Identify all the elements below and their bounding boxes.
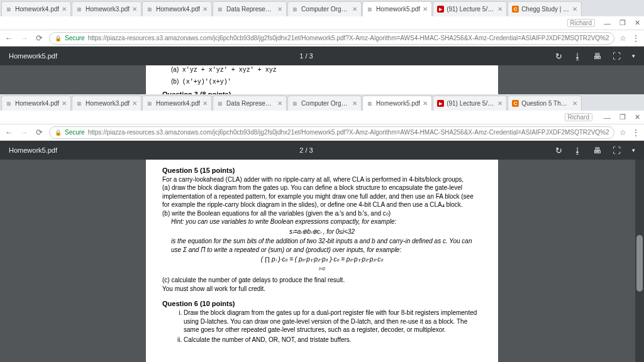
reload-button[interactable]: ⟳ bbox=[34, 128, 44, 137]
equation-sum: sᵢ=aᵢ⊕bᵢ⊕cᵢ , for 0≤i<32 bbox=[162, 228, 482, 236]
tab-title: Homework5.pdf bbox=[376, 100, 420, 107]
browser-tab[interactable]: 🗎Data Representati…✕ bbox=[213, 96, 287, 111]
browser-tab[interactable]: 🗎Homework4.pdf✕ bbox=[1, 1, 71, 16]
pdf-viewport[interactable]: (a) x'yz + x'yz' + xyz' + xyz (b) (x'+y)… bbox=[0, 65, 644, 94]
tab-close-icon[interactable]: ✕ bbox=[277, 6, 282, 13]
browser-tab[interactable]: 🗎Homework3.pdf✕ bbox=[72, 96, 142, 111]
lock-icon: 🔒 bbox=[55, 129, 62, 136]
tab-close-icon[interactable]: ✕ bbox=[497, 100, 502, 107]
omnibox[interactable]: 🔒 Secure https://piazza-resources.s3.ama… bbox=[49, 32, 614, 45]
tab-favicon: 🗎 bbox=[292, 100, 299, 107]
pdf-toolbar: Homework5.pdf 2 / 3 ↻ ⭳ 🖶 ⛶ ▾ bbox=[0, 141, 644, 160]
menu-icon[interactable]: ⋮ bbox=[631, 128, 640, 138]
q5-part-c: (c) calculate the number of gate delays … bbox=[162, 276, 482, 285]
minimize-button[interactable]: — bbox=[604, 19, 611, 27]
tab-title: Computer Organiz… bbox=[301, 6, 350, 13]
expr-b: (x'+y)'(x+y)' bbox=[182, 79, 231, 85]
menu-icon[interactable]: ⋮ bbox=[631, 33, 640, 43]
scrollbar-thumb[interactable] bbox=[636, 235, 643, 292]
lock-icon: 🔒 bbox=[55, 35, 62, 41]
browser-tab[interactable]: 🗎Homework4.pdf✕ bbox=[1, 96, 71, 111]
tab-close-icon[interactable]: ✕ bbox=[352, 6, 357, 13]
tab-close-icon[interactable]: ✕ bbox=[572, 100, 577, 107]
tab-close-icon[interactable]: ✕ bbox=[352, 100, 357, 107]
bookmark-star-icon[interactable]: ☆ bbox=[619, 34, 626, 43]
browser-tab[interactable]: CQuestion 5 Thank…✕ bbox=[508, 96, 582, 111]
close-button[interactable]: ✕ bbox=[635, 19, 640, 27]
tab-favicon: 🗎 bbox=[6, 100, 13, 107]
forward-button[interactable]: → bbox=[19, 128, 29, 137]
tab-close-icon[interactable]: ✕ bbox=[497, 6, 502, 13]
close-button[interactable]: ✕ bbox=[635, 113, 640, 121]
download-icon[interactable]: ⭳ bbox=[574, 146, 582, 155]
omnibox[interactable]: 🔒 Secure https://piazza-resources.s3.ama… bbox=[49, 126, 614, 139]
q6-item-1: Draw the block diagram from the gates up… bbox=[184, 309, 482, 334]
maximize-button[interactable]: ❐ bbox=[619, 113, 626, 121]
tab-favicon: ▶ bbox=[437, 100, 444, 107]
question-3-heading: Question 3 (8 points) bbox=[162, 90, 482, 94]
minimize-button[interactable]: — bbox=[604, 114, 611, 121]
fit-icon[interactable]: ⛶ bbox=[613, 52, 621, 61]
browser-tab[interactable]: 🗎Data Representati…✕ bbox=[213, 1, 287, 16]
more-icon[interactable]: ▾ bbox=[632, 53, 635, 59]
browser-window-1: 🗎Homework4.pdf✕🗎Homework3.pdf✕🗎Homework4… bbox=[0, 0, 644, 94]
tab-strip: 🗎Homework4.pdf✕🗎Homework3.pdf✕🗎Homework4… bbox=[0, 0, 644, 16]
reload-button[interactable]: ⟳ bbox=[34, 33, 44, 43]
maximize-button[interactable]: ❐ bbox=[619, 19, 626, 27]
tab-favicon: 🗎 bbox=[367, 6, 374, 13]
tab-favicon: 🗎 bbox=[147, 6, 153, 13]
fit-icon[interactable]: ⛶ bbox=[613, 146, 621, 155]
user-label-visible: Richard bbox=[565, 113, 592, 121]
pdf-viewport[interactable]: Question 5 (15 points) For a carry-looka… bbox=[0, 160, 644, 362]
tab-close-icon[interactable]: ✕ bbox=[572, 6, 577, 13]
tab-strip: 🗎Homework4.pdf✕🗎Homework3.pdf✕🗎Homework4… bbox=[0, 94, 644, 111]
tab-favicon: 🗎 bbox=[147, 100, 153, 107]
scrollbar[interactable] bbox=[635, 160, 644, 362]
pdf-actions: ↻ ⭳ 🖶 ⛶ ▾ bbox=[555, 146, 635, 155]
tab-close-icon[interactable]: ✕ bbox=[423, 100, 428, 107]
forward-button[interactable]: → bbox=[19, 33, 29, 43]
back-button[interactable]: ← bbox=[4, 128, 14, 137]
browser-tab[interactable]: CChegg Study | Gui…✕ bbox=[508, 1, 582, 16]
pdf-page-indicator: 2 / 3 bbox=[57, 146, 555, 154]
tab-favicon: C bbox=[512, 100, 519, 107]
q6-list: Draw the block diagram from the gates up… bbox=[184, 309, 482, 344]
tab-close-icon[interactable]: ✕ bbox=[423, 6, 428, 13]
question-5-heading: Question 5 (15 points) bbox=[162, 166, 482, 175]
print-icon[interactable]: 🖶 bbox=[593, 52, 601, 61]
browser-tab[interactable]: 🗎Computer Organiz…✕ bbox=[287, 96, 362, 111]
browser-tab[interactable]: 🗎Homework3.pdf✕ bbox=[72, 1, 142, 16]
tab-close-icon[interactable]: ✕ bbox=[132, 100, 137, 107]
download-icon[interactable]: ⭳ bbox=[574, 52, 582, 61]
pdf-page-indicator: 1 / 3 bbox=[57, 52, 555, 60]
tab-title: Homework5.pdf bbox=[376, 6, 420, 13]
bookmark-star-icon[interactable]: ☆ bbox=[619, 128, 626, 137]
browser-tab[interactable]: 🗎Homework4.pdf✕ bbox=[142, 1, 212, 16]
pdf-filename: Homework5.pdf bbox=[9, 52, 57, 60]
browser-tab[interactable]: ▶(91) Lecture 5/12…✕ bbox=[433, 1, 507, 16]
tab-close-icon[interactable]: ✕ bbox=[203, 6, 208, 13]
tab-close-icon[interactable]: ✕ bbox=[277, 100, 282, 107]
tab-close-icon[interactable]: ✕ bbox=[62, 100, 67, 107]
browser-tab[interactable]: 🗎Homework5.pdf✕ bbox=[362, 96, 432, 111]
print-icon[interactable]: 🖶 bbox=[593, 146, 601, 155]
tab-close-icon[interactable]: ✕ bbox=[62, 6, 67, 13]
tab-close-icon[interactable]: ✕ bbox=[203, 100, 208, 107]
back-button[interactable]: ← bbox=[4, 33, 14, 43]
pdf-actions: ↻ ⭳ 🖶 ⛶ ▾ bbox=[555, 52, 635, 61]
tab-close-icon[interactable]: ✕ bbox=[132, 6, 137, 13]
tab-favicon: C bbox=[512, 6, 519, 13]
rotate-icon[interactable]: ↻ bbox=[555, 146, 562, 155]
user-label-visible: Richard bbox=[567, 19, 595, 27]
url-text: https://piazza-resources.s3.amazonaws.co… bbox=[88, 129, 609, 136]
browser-tab[interactable]: 🗎Computer Organiz…✕ bbox=[287, 1, 362, 16]
rotate-icon[interactable]: ↻ bbox=[555, 52, 562, 61]
browser-tab[interactable]: 🗎Homework5.pdf✕ bbox=[362, 1, 432, 16]
tab-favicon: 🗎 bbox=[217, 100, 224, 107]
tab-title: Data Representati… bbox=[226, 100, 275, 107]
tab-favicon: 🗎 bbox=[76, 6, 83, 13]
browser-tab[interactable]: ▶(91) Lecture 5/12…✕ bbox=[433, 96, 507, 111]
tab-title: (91) Lecture 5/12… bbox=[447, 6, 495, 13]
more-icon[interactable]: ▾ bbox=[632, 147, 635, 153]
browser-tab[interactable]: 🗎Homework4.pdf✕ bbox=[142, 96, 212, 111]
